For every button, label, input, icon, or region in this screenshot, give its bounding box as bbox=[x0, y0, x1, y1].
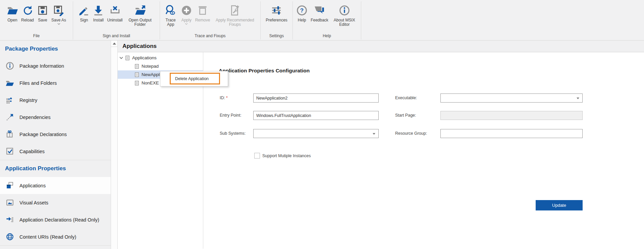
preferences-button[interactable]: Preferences bbox=[265, 3, 288, 22]
sidebar-item-visual-assets[interactable]: Visual Assets bbox=[0, 194, 111, 211]
uninstall-icon bbox=[109, 3, 121, 18]
about-info-icon bbox=[339, 3, 350, 18]
open-button[interactable]: Open bbox=[6, 3, 19, 22]
sidebar-item-registry[interactable]: Registry bbox=[0, 91, 111, 109]
ribbon-group-trace-fixups: Trace App Apply Remove bbox=[160, 1, 261, 40]
registry-grid-icon bbox=[5, 96, 14, 104]
open-output-folder-label: Open Output Folder bbox=[126, 18, 155, 27]
uninstall-button[interactable]: Uninstall bbox=[106, 3, 123, 22]
uninstall-label: Uninstall bbox=[107, 18, 122, 22]
reload-button[interactable]: Reload bbox=[20, 3, 35, 22]
ribbon-group-sign-install: Sign Install Uninstall bbox=[73, 1, 160, 40]
sidebar-item-files-and-folders[interactable]: Files and Folders bbox=[0, 74, 111, 91]
sign-pencil-icon bbox=[78, 3, 90, 18]
install-arrow-icon bbox=[93, 3, 104, 18]
tree-node-applications[interactable]: Applications bbox=[118, 54, 203, 62]
install-label: Install bbox=[93, 18, 104, 22]
sidebar-section-package-properties: Package Properties bbox=[0, 41, 111, 57]
entry-point-input[interactable] bbox=[253, 111, 379, 120]
feedback-button[interactable]: Feedback bbox=[310, 3, 329, 22]
sidebar-scrollbar[interactable] bbox=[111, 41, 118, 249]
ribbon-group-settings: Preferences Settings bbox=[261, 1, 293, 40]
executable-label: Executable: bbox=[395, 94, 417, 103]
dropdown-arrow-icon bbox=[577, 98, 579, 99]
context-menu: Delete Application bbox=[160, 71, 228, 86]
document-icon bbox=[125, 55, 131, 61]
document-icon bbox=[135, 80, 140, 86]
install-button[interactable]: Install bbox=[92, 3, 105, 22]
help-question-icon: ? bbox=[296, 3, 308, 18]
trace-app-button[interactable]: Trace App bbox=[163, 3, 179, 27]
update-button[interactable]: Update bbox=[536, 200, 583, 210]
fixups-document-icon bbox=[229, 3, 240, 18]
support-multiple-instances-label: Support Mutiple Instances bbox=[262, 153, 311, 158]
apply-recommended-fixups-button[interactable]: Apply Recommended Fixups bbox=[212, 3, 258, 27]
about-msix-editor-button[interactable]: About MSIX Editor bbox=[330, 3, 359, 27]
sidebar-item-label: Registry bbox=[19, 98, 37, 103]
sidebar-item-applications[interactable]: Applications bbox=[0, 177, 111, 194]
tree-node-label: NonEXE bbox=[142, 80, 159, 85]
page-title: Applications bbox=[122, 43, 157, 50]
support-multiple-instances-row: Support Mutiple Instances bbox=[254, 153, 311, 159]
id-label: ID:* bbox=[220, 94, 228, 103]
save-as-button[interactable]: Save As bbox=[50, 3, 67, 25]
tree-node-label: Applications bbox=[132, 55, 157, 60]
sidebar-item-label: Application Declarations (Read Only) bbox=[19, 217, 99, 223]
document-icon bbox=[135, 64, 140, 69]
sidebar-item-application-declarations[interactable]: Application Declarations (Read Only) bbox=[0, 211, 111, 228]
sidebar-item-label: Capabilities bbox=[19, 149, 45, 154]
save-icon bbox=[37, 3, 48, 18]
sidebar-section-application-properties: Application Properties bbox=[0, 160, 111, 177]
apply-button[interactable]: Apply bbox=[180, 3, 193, 25]
resource-group-input[interactable] bbox=[440, 129, 583, 138]
sign-button[interactable]: Sign bbox=[77, 3, 91, 22]
info-circle-icon bbox=[5, 62, 14, 70]
reload-icon bbox=[22, 3, 33, 18]
tree-node-notepad[interactable]: Notepad bbox=[118, 62, 203, 70]
save-as-label: Save As bbox=[51, 18, 66, 22]
support-multiple-instances-checkbox[interactable] bbox=[254, 153, 260, 159]
ribbon-group-file: Open Reload Save bbox=[0, 1, 73, 40]
sidebar-navigation: Package Properties Package Information F… bbox=[0, 41, 111, 249]
remove-button[interactable]: Remove bbox=[194, 3, 211, 22]
remove-label: Remove bbox=[195, 18, 210, 22]
ribbon-group-help: ? Help Feedback About MSIX Editor bbox=[293, 1, 361, 40]
arrow-list-icon bbox=[5, 215, 14, 224]
save-label: Save bbox=[38, 18, 47, 22]
apply-label: Apply bbox=[181, 18, 192, 22]
open-label: Open bbox=[7, 18, 17, 22]
sidebar-item-capabilities[interactable]: Capabilities bbox=[0, 143, 111, 160]
delete-application-menu-item[interactable]: Delete Application bbox=[170, 73, 220, 84]
open-folder-icon bbox=[7, 3, 18, 18]
gift-box-icon bbox=[5, 130, 14, 138]
executable-select[interactable] bbox=[440, 94, 583, 103]
chevron-down-icon[interactable] bbox=[118, 56, 125, 59]
ribbon-toolbar: Open Reload Save bbox=[0, 0, 644, 41]
sidebar-item-content-uris[interactable]: Content URIs (Read Only) bbox=[0, 228, 111, 245]
help-button[interactable]: ? Help bbox=[295, 3, 309, 22]
id-input[interactable] bbox=[253, 94, 379, 103]
chevron-down-icon[interactable] bbox=[57, 23, 61, 25]
sub-systems-select[interactable] bbox=[253, 129, 379, 138]
chevron-down-icon bbox=[184, 23, 188, 25]
open-output-folder-button[interactable]: Open Output Folder bbox=[125, 3, 156, 27]
apply-recommended-fixups-label: Apply Recommended Fixups bbox=[213, 18, 257, 27]
sidebar-item-label: Files and Folders bbox=[19, 80, 57, 86]
save-button[interactable]: Save bbox=[36, 3, 49, 22]
document-icon bbox=[135, 72, 140, 77]
sign-label: Sign bbox=[80, 18, 88, 22]
sidebar-item-label: Package Information bbox=[19, 63, 64, 69]
save-as-icon bbox=[53, 3, 64, 18]
scrollbar-up-arrow[interactable] bbox=[111, 41, 117, 47]
preferences-label: Preferences bbox=[266, 18, 287, 22]
group-label-settings: Settings bbox=[261, 34, 292, 40]
required-marker: * bbox=[226, 96, 228, 100]
remove-trash-icon bbox=[197, 3, 208, 18]
apply-plus-icon bbox=[181, 3, 192, 18]
sidebar-item-package-declarations[interactable]: Package Declarations bbox=[0, 126, 111, 143]
resource-group-label: Resource Group: bbox=[395, 129, 427, 138]
sidebar-divider bbox=[0, 245, 111, 246]
svg-text:?: ? bbox=[300, 7, 304, 14]
sidebar-item-package-information[interactable]: Package Information bbox=[0, 57, 111, 74]
sidebar-item-dependencies[interactable]: Dependencies bbox=[0, 109, 111, 126]
